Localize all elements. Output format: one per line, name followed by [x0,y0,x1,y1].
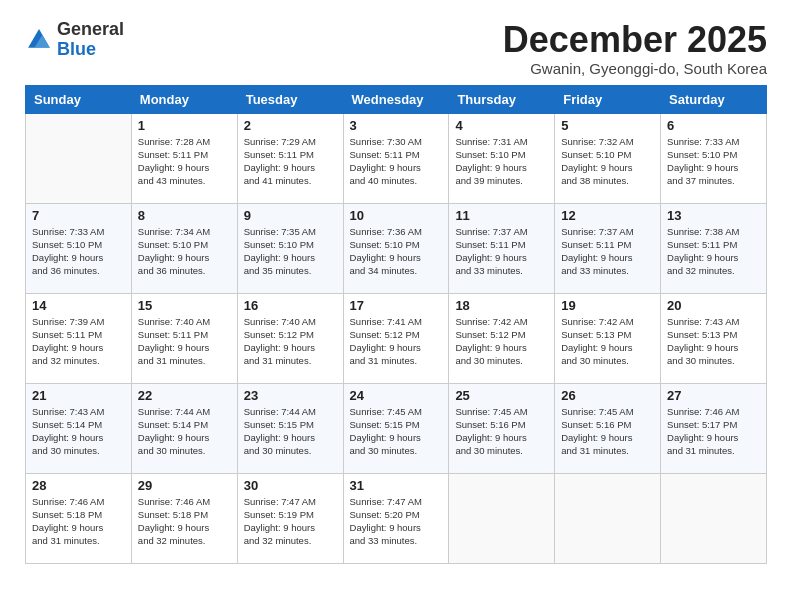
weekday-header-wednesday: Wednesday [343,85,449,113]
week-row-4: 21Sunrise: 7:43 AM Sunset: 5:14 PM Dayli… [26,383,767,473]
calendar-cell: 26Sunrise: 7:45 AM Sunset: 5:16 PM Dayli… [555,383,661,473]
calendar-table: SundayMondayTuesdayWednesdayThursdayFrid… [25,85,767,564]
calendar-cell: 10Sunrise: 7:36 AM Sunset: 5:10 PM Dayli… [343,203,449,293]
day-info: Sunrise: 7:33 AM Sunset: 5:10 PM Dayligh… [667,135,760,188]
day-info: Sunrise: 7:47 AM Sunset: 5:19 PM Dayligh… [244,495,337,548]
day-number: 30 [244,478,337,493]
day-number: 4 [455,118,548,133]
day-number: 2 [244,118,337,133]
location-subtitle: Gwanin, Gyeonggi-do, South Korea [503,60,767,77]
day-info: Sunrise: 7:33 AM Sunset: 5:10 PM Dayligh… [32,225,125,278]
day-number: 24 [350,388,443,403]
week-row-1: 1Sunrise: 7:28 AM Sunset: 5:11 PM Daylig… [26,113,767,203]
day-number: 10 [350,208,443,223]
day-number: 14 [32,298,125,313]
day-number: 21 [32,388,125,403]
calendar-cell: 29Sunrise: 7:46 AM Sunset: 5:18 PM Dayli… [131,473,237,563]
day-number: 25 [455,388,548,403]
calendar-cell: 7Sunrise: 7:33 AM Sunset: 5:10 PM Daylig… [26,203,132,293]
day-number: 11 [455,208,548,223]
weekday-header-tuesday: Tuesday [237,85,343,113]
day-number: 9 [244,208,337,223]
day-info: Sunrise: 7:39 AM Sunset: 5:11 PM Dayligh… [32,315,125,368]
day-info: Sunrise: 7:40 AM Sunset: 5:11 PM Dayligh… [138,315,231,368]
day-info: Sunrise: 7:41 AM Sunset: 5:12 PM Dayligh… [350,315,443,368]
day-info: Sunrise: 7:43 AM Sunset: 5:14 PM Dayligh… [32,405,125,458]
day-number: 17 [350,298,443,313]
calendar-cell: 4Sunrise: 7:31 AM Sunset: 5:10 PM Daylig… [449,113,555,203]
calendar-cell: 15Sunrise: 7:40 AM Sunset: 5:11 PM Dayli… [131,293,237,383]
day-info: Sunrise: 7:42 AM Sunset: 5:12 PM Dayligh… [455,315,548,368]
day-number: 15 [138,298,231,313]
day-info: Sunrise: 7:28 AM Sunset: 5:11 PM Dayligh… [138,135,231,188]
day-info: Sunrise: 7:44 AM Sunset: 5:15 PM Dayligh… [244,405,337,458]
day-info: Sunrise: 7:45 AM Sunset: 5:16 PM Dayligh… [561,405,654,458]
day-number: 31 [350,478,443,493]
day-info: Sunrise: 7:36 AM Sunset: 5:10 PM Dayligh… [350,225,443,278]
calendar-cell [555,473,661,563]
weekday-header-saturday: Saturday [661,85,767,113]
day-number: 7 [32,208,125,223]
day-info: Sunrise: 7:45 AM Sunset: 5:15 PM Dayligh… [350,405,443,458]
day-info: Sunrise: 7:46 AM Sunset: 5:18 PM Dayligh… [138,495,231,548]
day-number: 13 [667,208,760,223]
calendar-cell: 3Sunrise: 7:30 AM Sunset: 5:11 PM Daylig… [343,113,449,203]
calendar-cell: 16Sunrise: 7:40 AM Sunset: 5:12 PM Dayli… [237,293,343,383]
day-info: Sunrise: 7:35 AM Sunset: 5:10 PM Dayligh… [244,225,337,278]
day-info: Sunrise: 7:30 AM Sunset: 5:11 PM Dayligh… [350,135,443,188]
day-number: 5 [561,118,654,133]
calendar-cell: 21Sunrise: 7:43 AM Sunset: 5:14 PM Dayli… [26,383,132,473]
weekday-header-friday: Friday [555,85,661,113]
day-number: 16 [244,298,337,313]
calendar-cell: 13Sunrise: 7:38 AM Sunset: 5:11 PM Dayli… [661,203,767,293]
calendar-cell: 25Sunrise: 7:45 AM Sunset: 5:16 PM Dayli… [449,383,555,473]
calendar-cell: 14Sunrise: 7:39 AM Sunset: 5:11 PM Dayli… [26,293,132,383]
calendar-cell: 22Sunrise: 7:44 AM Sunset: 5:14 PM Dayli… [131,383,237,473]
weekday-header-thursday: Thursday [449,85,555,113]
calendar-cell [26,113,132,203]
logo-icon [25,26,53,54]
day-number: 20 [667,298,760,313]
day-info: Sunrise: 7:37 AM Sunset: 5:11 PM Dayligh… [561,225,654,278]
day-info: Sunrise: 7:46 AM Sunset: 5:17 PM Dayligh… [667,405,760,458]
weekday-header-monday: Monday [131,85,237,113]
calendar-cell: 12Sunrise: 7:37 AM Sunset: 5:11 PM Dayli… [555,203,661,293]
calendar-cell: 9Sunrise: 7:35 AM Sunset: 5:10 PM Daylig… [237,203,343,293]
logo: General Blue [25,20,124,60]
calendar-cell: 8Sunrise: 7:34 AM Sunset: 5:10 PM Daylig… [131,203,237,293]
day-number: 22 [138,388,231,403]
calendar-cell: 5Sunrise: 7:32 AM Sunset: 5:10 PM Daylig… [555,113,661,203]
weekday-header-sunday: Sunday [26,85,132,113]
page-container: General Blue December 2025 Gwanin, Gyeon… [25,20,767,564]
day-info: Sunrise: 7:37 AM Sunset: 5:11 PM Dayligh… [455,225,548,278]
day-number: 12 [561,208,654,223]
calendar-cell: 1Sunrise: 7:28 AM Sunset: 5:11 PM Daylig… [131,113,237,203]
calendar-cell: 11Sunrise: 7:37 AM Sunset: 5:11 PM Dayli… [449,203,555,293]
calendar-cell: 17Sunrise: 7:41 AM Sunset: 5:12 PM Dayli… [343,293,449,383]
calendar-cell: 2Sunrise: 7:29 AM Sunset: 5:11 PM Daylig… [237,113,343,203]
weekday-header-row: SundayMondayTuesdayWednesdayThursdayFrid… [26,85,767,113]
day-number: 3 [350,118,443,133]
day-info: Sunrise: 7:34 AM Sunset: 5:10 PM Dayligh… [138,225,231,278]
calendar-cell: 30Sunrise: 7:47 AM Sunset: 5:19 PM Dayli… [237,473,343,563]
calendar-cell: 19Sunrise: 7:42 AM Sunset: 5:13 PM Dayli… [555,293,661,383]
day-number: 8 [138,208,231,223]
calendar-cell: 24Sunrise: 7:45 AM Sunset: 5:15 PM Dayli… [343,383,449,473]
week-row-3: 14Sunrise: 7:39 AM Sunset: 5:11 PM Dayli… [26,293,767,383]
day-number: 6 [667,118,760,133]
day-info: Sunrise: 7:40 AM Sunset: 5:12 PM Dayligh… [244,315,337,368]
month-title: December 2025 [503,20,767,60]
header: General Blue December 2025 Gwanin, Gyeon… [25,20,767,77]
day-info: Sunrise: 7:29 AM Sunset: 5:11 PM Dayligh… [244,135,337,188]
week-row-2: 7Sunrise: 7:33 AM Sunset: 5:10 PM Daylig… [26,203,767,293]
day-number: 18 [455,298,548,313]
day-info: Sunrise: 7:47 AM Sunset: 5:20 PM Dayligh… [350,495,443,548]
calendar-cell: 6Sunrise: 7:33 AM Sunset: 5:10 PM Daylig… [661,113,767,203]
calendar-cell: 31Sunrise: 7:47 AM Sunset: 5:20 PM Dayli… [343,473,449,563]
day-info: Sunrise: 7:44 AM Sunset: 5:14 PM Dayligh… [138,405,231,458]
calendar-cell: 18Sunrise: 7:42 AM Sunset: 5:12 PM Dayli… [449,293,555,383]
day-number: 29 [138,478,231,493]
day-number: 27 [667,388,760,403]
day-info: Sunrise: 7:31 AM Sunset: 5:10 PM Dayligh… [455,135,548,188]
day-info: Sunrise: 7:43 AM Sunset: 5:13 PM Dayligh… [667,315,760,368]
